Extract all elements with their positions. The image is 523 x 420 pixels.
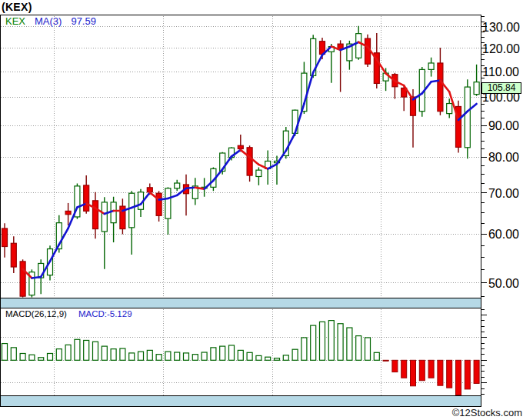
macd-bar-positive xyxy=(147,350,152,360)
candle-body xyxy=(165,188,171,218)
candle-body xyxy=(447,104,452,114)
macd-bar-positive xyxy=(120,348,125,360)
price-axis-label: 90.00 xyxy=(482,119,519,133)
candle-body xyxy=(247,148,252,175)
last-price-badge: 105.84 xyxy=(481,82,521,94)
macd-bar-positive xyxy=(320,322,325,360)
macd-bar-positive xyxy=(229,345,235,360)
macd-bar-positive xyxy=(156,355,162,361)
macd-bar-negative xyxy=(465,360,470,389)
price-legend: KEX MA(3) 97.59 xyxy=(5,15,96,27)
candle-body xyxy=(156,193,162,215)
macd-legend: MACD(26,12,9) MACD:-5.129 xyxy=(5,309,132,318)
price-axis-label: 60.00 xyxy=(482,228,519,242)
macd-bar-positive xyxy=(111,349,116,361)
candle-body xyxy=(84,185,89,212)
macd-bar-positive xyxy=(301,338,307,360)
macd-bar-positive xyxy=(2,344,8,361)
macd-bar-negative xyxy=(474,360,479,383)
macd-bar-positive xyxy=(175,352,180,360)
ma-line-segment xyxy=(195,188,205,189)
ma-label: MA(3) xyxy=(35,15,62,27)
candle-body xyxy=(175,183,180,188)
price-axis-label: 110.00 xyxy=(482,65,519,79)
macd-bar-positive xyxy=(184,353,189,360)
macd-bar-positive xyxy=(238,350,243,360)
macd-bar-positive xyxy=(138,352,144,360)
macd-bar-positive xyxy=(356,336,361,361)
macd-bar-positive xyxy=(102,346,107,360)
candle-body xyxy=(147,188,152,192)
macd-bar-negative xyxy=(419,360,425,380)
price-panel-border xyxy=(1,15,481,298)
x-axis-year-labels-top xyxy=(0,298,481,308)
macd-bar-positive xyxy=(247,352,252,360)
macd-params-label: MACD(26,12,9) xyxy=(5,309,67,318)
macd-bar-negative xyxy=(401,360,407,378)
macd-bar-positive xyxy=(202,352,207,360)
macd-bar-positive xyxy=(283,355,288,360)
candle-body xyxy=(2,228,8,247)
ma-line-segment xyxy=(159,198,168,200)
candle-body xyxy=(102,202,107,232)
macd-value-label: MACD:-5.129 xyxy=(78,309,132,318)
candle-body xyxy=(238,145,243,148)
candle-body xyxy=(438,63,443,112)
macd-bar-positive xyxy=(328,321,334,361)
macd-bar-negative xyxy=(428,360,434,378)
ma-line-segment xyxy=(68,207,78,228)
symbol-label: KEX xyxy=(5,15,25,27)
candle-body xyxy=(356,34,361,58)
macd-bar-positive xyxy=(265,357,271,360)
chart-page: { "title": "(KEX)", "watermark": "©12Sto… xyxy=(0,0,523,420)
macd-bar-negative xyxy=(438,360,443,385)
macd-bar-positive xyxy=(75,339,80,360)
ma-line-segment xyxy=(32,277,41,278)
macd-bar-positive xyxy=(275,358,280,361)
stock-chart-canvas xyxy=(0,0,523,420)
ma-value: 97.59 xyxy=(71,15,96,27)
price-axis-label: 120.00 xyxy=(482,42,519,56)
macd-bar-negative xyxy=(411,360,416,385)
candle-body xyxy=(93,201,98,229)
macd-bar-positive xyxy=(220,346,225,360)
macd-bar-positive xyxy=(256,355,262,360)
candle-body xyxy=(256,170,262,176)
macd-bar-positive xyxy=(365,338,371,360)
price-axis-label: 70.00 xyxy=(482,187,519,201)
price-axis-label: 80.00 xyxy=(482,151,519,165)
macd-bar-negative xyxy=(383,360,388,361)
macd-bar-positive xyxy=(93,342,98,360)
candle-body xyxy=(474,82,479,95)
x-axis-year-labels-bottom xyxy=(0,397,481,406)
ma-line-segment xyxy=(431,81,441,82)
candle-body xyxy=(365,38,371,64)
candle-body xyxy=(20,262,25,296)
macd-bar-negative xyxy=(456,360,461,395)
price-axis-label: 50.00 xyxy=(482,277,519,291)
watermark: ©12Stocks.com xyxy=(452,407,522,418)
ma-line-segment xyxy=(186,188,195,188)
macd-bar-positive xyxy=(347,328,352,360)
candle-body xyxy=(428,63,434,69)
macd-bar-positive xyxy=(374,352,379,360)
candle-body xyxy=(11,243,16,267)
macd-bar-positive xyxy=(165,352,171,360)
macd-bar-positive xyxy=(192,355,198,361)
macd-bar-positive xyxy=(292,349,298,360)
macd-bar-positive xyxy=(211,348,216,360)
page-title: (KEX) xyxy=(2,1,32,13)
macd-bar-positive xyxy=(38,358,44,361)
macd-bar-positive xyxy=(338,324,343,361)
macd-bar-positive xyxy=(311,325,316,360)
price-axis-label: 130.00 xyxy=(482,21,519,35)
macd-bar-positive xyxy=(129,353,135,360)
candle-body xyxy=(465,87,470,148)
macd-bar-negative xyxy=(447,360,452,388)
macd-bar-positive xyxy=(56,349,62,361)
macd-bar-positive xyxy=(65,345,71,360)
macd-bar-positive xyxy=(48,353,53,360)
macd-bar-positive xyxy=(29,355,35,360)
macd-bar-positive xyxy=(20,353,25,360)
macd-bar-negative xyxy=(392,360,398,372)
